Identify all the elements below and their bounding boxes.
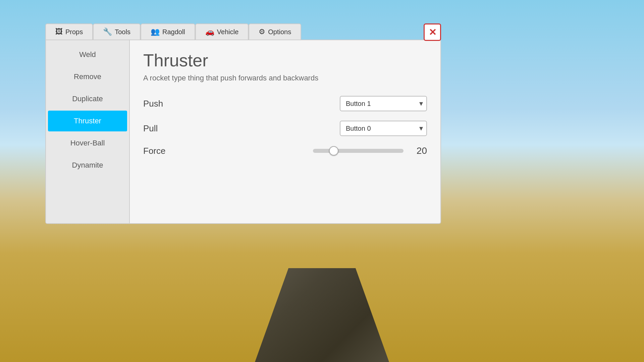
sidebar-item-thruster[interactable]: Thruster: [48, 111, 127, 131]
push-dropdown[interactable]: Button 0 Button 1 Button 2 Button 3 Butt…: [340, 96, 427, 111]
sidebar-item-weld[interactable]: Weld: [48, 44, 127, 65]
props-icon: 🖼: [55, 27, 63, 36]
sidebar-item-hover-ball[interactable]: Hover-Ball: [48, 133, 127, 154]
pull-dropdown[interactable]: Button 0 Button 1 Button 2 Button 3 Butt…: [340, 121, 427, 136]
sidebar-item-duplicate[interactable]: Duplicate: [48, 88, 127, 109]
tab-props-label: Props: [65, 28, 83, 36]
push-select[interactable]: Button 0 Button 1 Button 2 Button 3 Butt…: [340, 96, 427, 111]
pull-select[interactable]: Button 0 Button 1 Button 2 Button 3 Butt…: [340, 121, 427, 136]
ui-panel: 🖼 Props 🔧 Tools 👥 Ragdoll 🚗 Vehicle ⚙ Op…: [45, 23, 441, 224]
options-icon: ⚙: [259, 27, 265, 36]
force-label: Force: [143, 146, 210, 156]
tab-options[interactable]: ⚙ Options: [249, 23, 301, 40]
tab-ragdoll[interactable]: 👥 Ragdoll: [141, 23, 195, 40]
tab-vehicle-label: Vehicle: [217, 28, 239, 36]
pull-label: Pull: [143, 123, 210, 134]
main-panel: Weld Remove Duplicate Thruster Hover-Bal…: [45, 40, 441, 224]
sidebar-item-dynamite[interactable]: Dynamite: [48, 155, 127, 176]
tools-icon: 🔧: [103, 27, 112, 36]
content-area: Thruster A rocket type thing that push f…: [130, 40, 440, 223]
content-title: Thruster: [143, 50, 427, 70]
content-description: A rocket type thing that push forwards a…: [143, 74, 427, 82]
sidebar-item-remove[interactable]: Remove: [48, 66, 127, 87]
push-control-row: Push Button 0 Button 1 Button 2 Button 3…: [143, 96, 427, 111]
force-value: 20: [410, 145, 427, 156]
ragdoll-icon: 👥: [151, 27, 160, 36]
force-control-row: Force 20: [143, 145, 427, 156]
tab-ragdoll-label: Ragdoll: [162, 28, 185, 36]
tab-props[interactable]: 🖼 Props: [45, 23, 93, 40]
tab-tools[interactable]: 🔧 Tools: [93, 23, 141, 40]
force-slider[interactable]: [313, 149, 404, 153]
tab-tools-label: Tools: [115, 28, 130, 36]
force-slider-container: 20: [313, 145, 427, 156]
close-icon: ✕: [429, 27, 436, 38]
sidebar: Weld Remove Duplicate Thruster Hover-Bal…: [46, 40, 130, 223]
tab-bar: 🖼 Props 🔧 Tools 👥 Ragdoll 🚗 Vehicle ⚙ Op…: [45, 23, 441, 40]
vehicle-icon: 🚗: [205, 27, 214, 36]
tab-options-label: Options: [268, 28, 291, 36]
tab-vehicle[interactable]: 🚗 Vehicle: [195, 23, 249, 40]
pull-control-row: Pull Button 0 Button 1 Button 2 Button 3…: [143, 121, 427, 136]
push-label: Push: [143, 99, 210, 109]
close-button[interactable]: ✕: [424, 23, 441, 41]
